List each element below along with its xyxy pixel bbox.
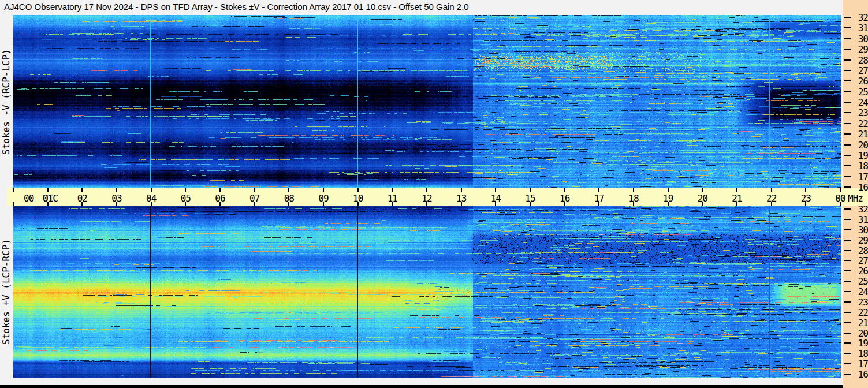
hour-label: 22 bbox=[766, 193, 776, 204]
freq-tick bbox=[844, 333, 851, 334]
hour-label: 15 bbox=[525, 193, 535, 204]
hour-label: 14 bbox=[491, 193, 501, 204]
freq-label: 21 bbox=[853, 318, 868, 329]
hour-tick bbox=[598, 188, 599, 192]
hour-label: 18 bbox=[628, 193, 638, 204]
freq-label: 29 bbox=[853, 235, 868, 246]
hour-label: 09 bbox=[318, 193, 328, 204]
hour-tick bbox=[323, 188, 324, 192]
freq-label: 31 bbox=[853, 214, 868, 225]
frequency-unit-label: MHz bbox=[848, 193, 863, 204]
spectrogram-stokes-plus-v[interactable] bbox=[13, 206, 841, 378]
hour-tick bbox=[13, 188, 14, 192]
freq-label: 28 bbox=[853, 245, 868, 256]
freq-label: 25 bbox=[853, 87, 868, 98]
freq-tick bbox=[844, 208, 851, 210]
hour-label: 23 bbox=[801, 193, 811, 204]
window-bottom-border bbox=[0, 385, 843, 388]
hour-tick bbox=[151, 188, 152, 192]
hour-label: 01 bbox=[43, 193, 53, 204]
hour-tick bbox=[633, 188, 634, 192]
freq-tick bbox=[844, 281, 851, 282]
hour-tick bbox=[13, 202, 14, 206]
hour-tick bbox=[461, 188, 462, 192]
hour-tick bbox=[736, 188, 737, 192]
hour-label: 03 bbox=[111, 193, 121, 204]
freq-tick bbox=[844, 363, 851, 364]
freq-label: 16 bbox=[853, 369, 868, 380]
hour-tick bbox=[185, 188, 186, 192]
hour-label: 06 bbox=[215, 193, 225, 204]
freq-tick bbox=[844, 312, 851, 313]
freq-tick bbox=[844, 165, 851, 166]
hour-tick bbox=[840, 202, 841, 206]
freq-tick bbox=[844, 123, 851, 124]
hour-tick bbox=[357, 188, 359, 192]
freq-label: 29 bbox=[853, 44, 868, 55]
hour-label: 11 bbox=[388, 193, 397, 204]
dps-application-window: AJ4CO Observatory 17 Nov 2024 - DPS on T… bbox=[0, 0, 868, 388]
freq-tick bbox=[844, 133, 851, 135]
freq-label: 17 bbox=[853, 359, 868, 370]
hour-label: 04 bbox=[146, 193, 156, 204]
freq-label: 18 bbox=[853, 348, 868, 359]
freq-label: 32 bbox=[853, 204, 868, 215]
freq-tick bbox=[844, 260, 851, 261]
freq-tick bbox=[844, 80, 851, 81]
freq-tick bbox=[844, 270, 851, 271]
hour-tick bbox=[81, 188, 83, 192]
freq-label: 27 bbox=[853, 65, 868, 76]
freq-label: 23 bbox=[853, 107, 868, 118]
freq-label: 19 bbox=[853, 338, 868, 349]
freq-tick bbox=[844, 48, 851, 50]
hour-tick bbox=[254, 188, 255, 192]
hour-label: 17 bbox=[594, 193, 604, 204]
freq-tick bbox=[844, 229, 851, 230]
freq-label: 19 bbox=[853, 150, 868, 161]
hour-label: 05 bbox=[181, 193, 191, 204]
hour-label: 07 bbox=[249, 193, 259, 204]
freq-label: 23 bbox=[853, 297, 868, 308]
freq-label: 30 bbox=[853, 33, 868, 44]
freq-label: 24 bbox=[853, 97, 868, 108]
freq-tick bbox=[844, 112, 851, 113]
hour-label: 20 bbox=[698, 193, 707, 204]
freq-tick bbox=[844, 250, 851, 251]
freq-tick bbox=[844, 59, 851, 61]
freq-label: 21 bbox=[853, 129, 868, 140]
hour-tick bbox=[564, 188, 565, 192]
freq-tick bbox=[844, 17, 851, 18]
hour-tick bbox=[702, 188, 703, 192]
freq-tick bbox=[844, 102, 851, 103]
freq-tick bbox=[844, 186, 851, 188]
hour-label: 21 bbox=[732, 193, 742, 204]
freq-label: 32 bbox=[853, 12, 868, 23]
freq-tick bbox=[844, 342, 851, 344]
freq-label: 25 bbox=[853, 276, 868, 287]
window-title: AJ4CO Observatory 17 Nov 2024 - DPS on T… bbox=[4, 2, 836, 14]
freq-tick bbox=[844, 353, 851, 354]
hour-tick bbox=[668, 188, 669, 192]
freq-tick bbox=[844, 144, 851, 146]
freq-label: 26 bbox=[853, 76, 868, 87]
hour-label: 12 bbox=[422, 193, 431, 204]
freq-label: 17 bbox=[853, 171, 868, 182]
hour-label: 08 bbox=[284, 193, 294, 204]
hour-tick bbox=[771, 188, 772, 192]
freq-tick bbox=[844, 70, 851, 71]
freq-label: 22 bbox=[853, 118, 868, 129]
hour-tick bbox=[495, 188, 496, 192]
time-axis: 00 UTC 00 MHz 01020304050607080910111213… bbox=[7, 188, 868, 206]
hour-label: 16 bbox=[560, 193, 569, 204]
freq-label: 28 bbox=[853, 55, 868, 66]
hour-tick bbox=[47, 188, 49, 192]
freq-label: 24 bbox=[853, 286, 868, 297]
freq-tick bbox=[844, 219, 851, 220]
hour-tick bbox=[392, 188, 393, 192]
spectrogram-stokes-minus-v[interactable] bbox=[13, 15, 841, 188]
freq-tick bbox=[844, 38, 851, 39]
hour-tick bbox=[288, 188, 289, 192]
panel-label-stokes-minus-v: Stokes -V (RCP-LCP) bbox=[1, 15, 13, 188]
freq-tick bbox=[844, 91, 851, 92]
freq-tick bbox=[844, 176, 851, 177]
